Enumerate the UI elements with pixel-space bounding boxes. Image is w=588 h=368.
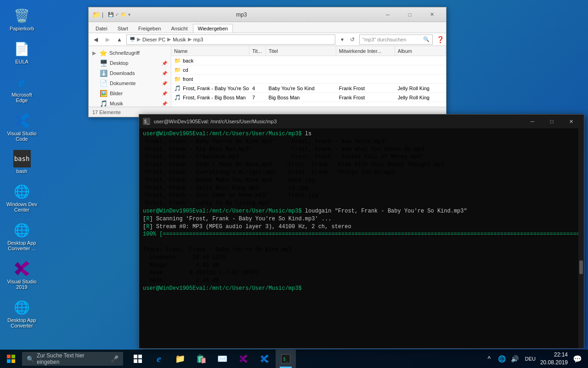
col-header-titel[interactable]: Titel xyxy=(266,46,336,56)
help-icon[interactable]: ❓ xyxy=(436,36,444,43)
table-row[interactable]: 🎵 Frost, Frank - Baby You're So K... 4 B… xyxy=(171,84,446,93)
terminal-output-2: 'Frost, Frank - Big Boss Man.mp3' 'Frost… xyxy=(143,146,575,154)
start-button[interactable] xyxy=(0,350,22,368)
desktop-icon-app-converter[interactable]: 🌐 Desktop App Converter ... xyxy=(5,219,39,253)
audio-icon: 🎵 xyxy=(174,94,181,101)
desktop-icon-bash[interactable]: bash bash xyxy=(5,148,39,176)
col-header-name[interactable]: Name xyxy=(171,46,249,56)
col-header-mitwirkende[interactable]: Mitwirkende Inter... xyxy=(336,46,395,56)
col-header-album[interactable]: Album xyxy=(395,46,446,56)
pin-icon-3: 📌 xyxy=(162,81,167,86)
vs-taskbar-icon[interactable] xyxy=(233,350,254,368)
converter2-label: Desktop App Converter xyxy=(6,317,38,328)
vscode-label: Visual Studio Code xyxy=(6,131,38,142)
tab-freigeben[interactable]: Freigeben xyxy=(133,24,166,33)
vscode-taskbar-icon[interactable] xyxy=(254,350,275,368)
tab-ansicht[interactable]: Ansicht xyxy=(166,24,192,33)
tray-expand-icon[interactable]: ^ xyxy=(484,353,495,364)
terminal-output-6: 'Frost, Frank - Gonna Make You Mine.mp3'… xyxy=(143,177,575,184)
clock-date: 20.08.2019 xyxy=(540,359,568,367)
desktop-icon-eula[interactable]: 📄 EULA xyxy=(5,38,39,66)
task-view-icon[interactable] xyxy=(128,350,148,368)
terminal-cmd-1: ls xyxy=(305,131,311,137)
taskbar-search[interactable]: 🔍 Zur Suche Text hier eingeben 🎤 xyxy=(22,352,123,366)
nav-schnellzugriff[interactable]: ▶ ⭐ Schnellzugriff xyxy=(89,48,171,58)
store-taskbar-icon[interactable]: 🛍️ xyxy=(191,350,211,368)
dropdown-nav-button[interactable]: ▾ xyxy=(337,34,347,45)
file-explorer-taskbar-icon[interactable]: 📁 xyxy=(170,350,190,368)
status-text: 17 Elemente xyxy=(92,109,121,115)
vscode-icon xyxy=(13,111,31,130)
downloads-nav-label: Downloads xyxy=(110,70,135,76)
close-button[interactable]: ✕ xyxy=(421,9,442,20)
address-path[interactable]: 🖥️ ▶ Dieser PC ▶ Musik ▶ mp3 xyxy=(126,34,335,45)
terminal-close[interactable]: ✕ xyxy=(562,116,580,126)
speaker-icon[interactable]: 🔊 xyxy=(509,353,520,364)
file-name-cell: 🎵 Frost, Frank - Baby You're So K... xyxy=(171,85,249,92)
file-titel-cell: Big Boss Man xyxy=(266,95,336,100)
terminal-output-3: 'Frost, Frank - Crawlback.mp3' 'Frost, F… xyxy=(143,153,575,161)
file-mitwirkende-cell: Frank Frost xyxy=(336,95,395,100)
tab-datei[interactable]: Datei xyxy=(90,24,113,33)
clock-time: 22:14 xyxy=(540,351,568,359)
network-icon[interactable]: 🌐 xyxy=(497,353,508,364)
file-album-cell: Jelly Roll King xyxy=(395,95,446,100)
table-row[interactable]: 📁 cd xyxy=(171,65,446,75)
table-row[interactable]: 🎵 Frost, Frank - Big Boss Man 7 Big Boss… xyxy=(171,93,446,102)
nav-dokumente[interactable]: 📄 Dokumente 📌 xyxy=(89,78,171,88)
folder-icon: 📁 xyxy=(174,67,181,73)
mail-taskbar-icon[interactable]: ✉️ xyxy=(212,350,232,368)
minimize-button[interactable]: ─ xyxy=(377,9,398,20)
terminal-body[interactable]: user@WinDev1905Eval:/mnt/c/Users/User/Mu… xyxy=(139,128,578,348)
ribbon-tabs: Datei Start Freigeben Ansicht Wiedergebe… xyxy=(89,22,446,33)
desktop-icon-converter2[interactable]: 🌐 Desktop App Converter xyxy=(5,296,39,330)
svg-rect-2 xyxy=(7,359,11,363)
maximize-button[interactable]: □ xyxy=(399,9,420,20)
nav-downloads[interactable]: ⬇️ Downloads 📌 xyxy=(89,68,171,78)
file-list: Name Tit... Titel Mitwirkende Inter... A… xyxy=(171,46,446,107)
language-indicator[interactable]: DEU xyxy=(523,356,537,362)
up-nav-button[interactable]: ▲ xyxy=(114,34,124,45)
notification-center-icon[interactable]: 💬 xyxy=(571,350,584,368)
terminal-scrollbar[interactable] xyxy=(578,128,584,348)
desktop-icons-container: 🗑️ Papierkorb 📄 EULA e Microsoft Edge Vi… xyxy=(5,5,39,330)
desktop: 🗑️ Papierkorb 📄 EULA e Microsoft Edge Vi… xyxy=(0,0,588,368)
desktop-icon-papierkorb[interactable]: 🗑️ Papierkorb xyxy=(5,5,39,33)
terminal-progress: 100% [==================================… xyxy=(143,230,575,238)
terminal-taskbar-icon[interactable]: $_ xyxy=(276,350,296,368)
taskbar-right: ^ 🌐 🔊 DEU 22:14 20.08.2019 💬 xyxy=(484,350,588,368)
terminal-maximize[interactable]: □ xyxy=(543,116,561,126)
search-placeholder-text: "mp3" durchsuchen xyxy=(362,37,406,42)
nav-desktop[interactable]: 🖥️ Desktop 📌 xyxy=(89,58,171,68)
pin-icon: 📌 xyxy=(162,61,167,66)
terminal-loudness: Loudness: -20.46 LUFS xyxy=(143,254,575,262)
desktop-icon-edge[interactable]: e Microsoft Edge xyxy=(5,71,39,105)
table-row[interactable]: 📁 back xyxy=(171,56,446,65)
pin-icon-4: 📌 xyxy=(162,91,167,96)
search-box[interactable]: "mp3" durchsuchen 🔍 xyxy=(359,34,433,45)
edge-taskbar-icon[interactable]: e xyxy=(149,350,169,368)
file-tit-cell: 7 xyxy=(249,95,266,100)
refresh-nav-button[interactable]: ↺ xyxy=(347,34,357,45)
tab-musiktools[interactable]: Wiedergeben xyxy=(193,24,233,33)
desktop-icon-vscode2019[interactable]: Visual Studio 2019 xyxy=(5,258,39,292)
papierkorb-icon: 🗑️ xyxy=(13,6,31,25)
file-name-text: Frost, Frank - Baby You're So K... xyxy=(183,86,249,91)
terminal-output-7: 'Frost, Frank - Jelly Roll King.mp3' cd.… xyxy=(143,184,575,192)
terminal-output-4: 'Frost, Frank - Didn't Mean No Harm.mp3'… xyxy=(143,161,575,169)
col-header-tit[interactable]: Tit... xyxy=(249,46,266,56)
back-nav-button[interactable]: ◀ xyxy=(90,34,101,45)
desktop-icon-windows-dev-center[interactable]: 🌐 Windows Dev Center xyxy=(5,180,39,214)
desktop-icon-vscode[interactable]: Visual Studio Code xyxy=(5,109,39,144)
nav-musik[interactable]: 🎵 Musik 📌 xyxy=(89,98,171,107)
terminal-minimize[interactable]: ─ xyxy=(523,116,542,126)
terminal-output-1: 'Frost, Frank - Baby You're So Kind.mp3'… xyxy=(143,138,575,146)
nav-bilder[interactable]: 🖼️ Bilder 📌 xyxy=(89,88,171,98)
file-name-text: cd xyxy=(183,67,188,73)
forward-nav-button[interactable]: ▶ xyxy=(102,34,113,45)
terminal-cmd-2: loudgain "Frost, Frank - Baby You're So … xyxy=(305,208,467,214)
table-row[interactable]: 📁 front xyxy=(171,75,446,84)
tab-start[interactable]: Start xyxy=(113,24,133,33)
system-clock[interactable]: 22:14 20.08.2019 xyxy=(540,351,568,367)
folder-icon: 📁 xyxy=(174,58,181,64)
